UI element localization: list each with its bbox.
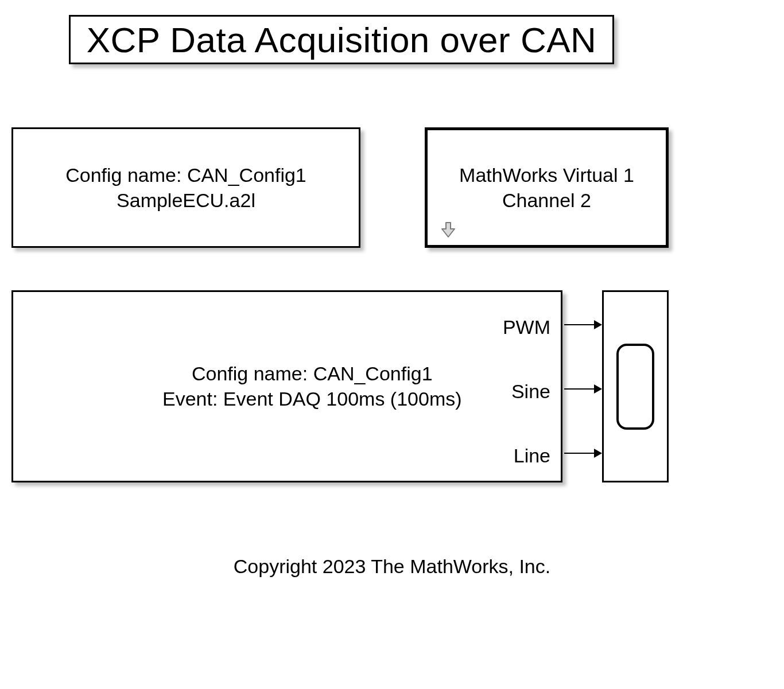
xcp-daq-event: Event: Event DAQ 100ms (100ms) [162, 386, 462, 411]
can-channel-number: Channel 2 [502, 188, 591, 213]
signal-wire-pwm [564, 324, 601, 325]
copyright-text: Copyright 2023 The MathWorks, Inc. [0, 555, 784, 578]
simulink-canvas: XCP Data Acquisition over CAN Config nam… [0, 0, 784, 689]
can-channel-device: MathWorks Virtual 1 [459, 162, 634, 188]
xcp-config-block[interactable]: Config name: CAN_Config1 SampleECU.a2l [11, 127, 360, 248]
xcp-config-a2l: SampleECU.a2l [117, 188, 255, 213]
scope-block[interactable] [602, 290, 669, 482]
xcp-daq-block[interactable]: Config name: CAN_Config1 Event: Event DA… [11, 290, 562, 482]
signal-wire-sine [564, 388, 601, 390]
xcp-config-name: Config name: CAN_Config1 [65, 162, 306, 188]
output-port-pwm: PWM [503, 316, 550, 338]
xcp-daq-config: Config name: CAN_Config1 [162, 361, 462, 386]
model-title: XCP Data Acquisition over CAN [87, 20, 597, 60]
download-arrow-icon [439, 221, 457, 239]
output-port-line: Line [514, 445, 550, 467]
signal-wire-line [564, 453, 601, 454]
can-channel-block[interactable]: MathWorks Virtual 1 Channel 2 [425, 127, 669, 248]
model-title-box: XCP Data Acquisition over CAN [69, 15, 614, 64]
scope-screen-icon [616, 344, 654, 430]
xcp-daq-text: Config name: CAN_Config1 Event: Event DA… [162, 361, 462, 411]
output-port-sine: Sine [511, 380, 550, 403]
